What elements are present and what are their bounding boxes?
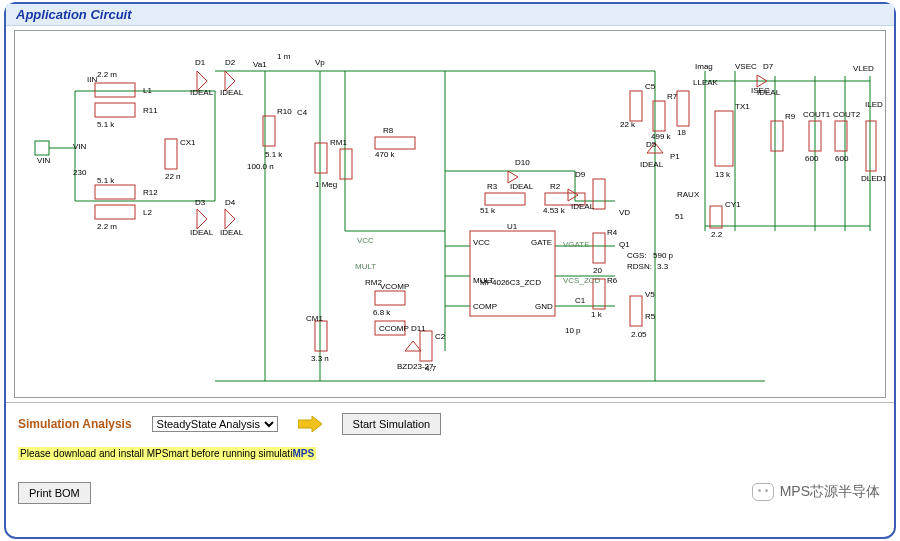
svg-rect-12 [315, 321, 327, 351]
svg-rect-4 [95, 205, 135, 219]
r5-val: 2.05 [631, 331, 647, 339]
r11-val: 5.1 k [97, 121, 114, 129]
port-vin: VIN [37, 157, 50, 165]
vsec: VSEC [735, 63, 757, 71]
net-vgate: VGATE [563, 241, 590, 249]
d5-val: IDEAL [640, 161, 663, 169]
rm2-val: 6.8 k [373, 309, 390, 317]
lleak-val: 18 [677, 129, 686, 137]
svg-rect-7 [315, 143, 327, 173]
q-cgs-v: 590 p [653, 252, 673, 260]
cy1-val: 2.2 [711, 231, 722, 239]
l1: L1 [143, 87, 152, 95]
pin-gnd: GND [535, 303, 553, 311]
print-bom-button[interactable]: Print BOM [18, 482, 91, 504]
notice-brand: MPS [292, 448, 314, 459]
r7: R7 [667, 93, 677, 101]
d5: D5 [646, 141, 656, 149]
d9: D9 [575, 171, 585, 179]
u1: U1 [507, 223, 517, 231]
dled1: DLED1 [861, 175, 886, 183]
iin-probe: IIN [87, 76, 97, 84]
iled: ILED [865, 101, 883, 109]
r6: R6 [607, 277, 617, 285]
vled: VLED [853, 65, 874, 73]
svg-rect-19 [630, 296, 642, 326]
vcomp: VCOMP [380, 283, 409, 291]
d1: D1 [195, 59, 205, 67]
cout2-val: 600 [835, 155, 848, 163]
d7-val: IDEAL [757, 89, 780, 97]
cx1: CX1 [180, 139, 196, 147]
p1: P1 [670, 153, 680, 161]
d4-val: IDEAL [220, 229, 243, 237]
cout2: COUT2 [833, 111, 860, 119]
pin-comp: COMP [473, 303, 497, 311]
d2-val: IDEAL [220, 89, 243, 97]
src-vin: VIN [73, 143, 86, 151]
r4-val: 20 [593, 267, 602, 275]
schematic-canvas[interactable]: VIN VIN 230 IIN L1 2.2 m R11 5.1 k R12 5… [14, 30, 886, 398]
l2-val: 2.2 m [97, 223, 117, 231]
rm1: RM1 [330, 139, 347, 147]
net-vcc: VCC [357, 237, 374, 245]
net-vcszcd: VCS_ZCD [563, 277, 600, 285]
l2: L2 [143, 209, 152, 217]
notice-text: Please download and install MPSmart befo… [20, 448, 292, 459]
svg-rect-1 [95, 83, 135, 97]
watermark: MPS芯源半导体 [752, 483, 880, 501]
r11: R11 [143, 107, 158, 115]
l1-val: 2.2 m [97, 71, 117, 79]
r12: R12 [143, 189, 158, 197]
raux: RAUX [677, 191, 699, 199]
cm1: CM1 [306, 315, 323, 323]
d7: D7 [763, 63, 773, 71]
simulation-analysis-label: Simulation Analysis [18, 417, 132, 431]
svg-rect-14 [485, 193, 525, 205]
cout1: COUT1 [803, 111, 830, 119]
svg-rect-0 [35, 141, 49, 155]
lleak: LLEAK [693, 79, 718, 87]
c2-val: 4.7 [425, 365, 436, 373]
vd: VD [619, 209, 630, 217]
raux-val: 51 [675, 213, 684, 221]
r6-val: 1 k [591, 311, 602, 319]
d11: D11 [411, 325, 426, 333]
pin-mult: MULT [473, 277, 494, 285]
r10: R10 [277, 108, 292, 116]
r2-val: 4.53 k [543, 207, 565, 215]
va1: Va1 [253, 61, 267, 69]
svg-rect-27 [866, 121, 876, 171]
cout1-val: 600 [805, 155, 818, 163]
q1: Q1 [619, 241, 630, 249]
c1: C1 [575, 297, 585, 305]
analysis-type-select[interactable]: SteadyState Analysis [152, 416, 278, 432]
c5-val: 22 k [620, 121, 635, 129]
c2: C2 [435, 333, 445, 341]
q-rdsn-v: 3.3 [657, 263, 668, 271]
d4: D4 [225, 199, 235, 207]
c5: C5 [645, 83, 655, 91]
svg-rect-17 [593, 233, 605, 263]
svg-rect-8 [340, 149, 352, 179]
svg-rect-3 [95, 185, 135, 199]
r3: R3 [487, 183, 497, 191]
q-cgs: CGS: [627, 252, 647, 260]
svg-rect-28 [710, 206, 722, 228]
d3: D3 [195, 199, 205, 207]
rm1-val: 1 Meg [315, 181, 337, 189]
tx1: TX1 [735, 103, 750, 111]
svg-marker-30 [298, 416, 322, 432]
start-simulation-button[interactable]: Start Simulation [342, 413, 442, 435]
c1-val: 10 p [565, 327, 581, 335]
lm-val: 1 m [277, 53, 290, 61]
arrow-right-icon [298, 416, 322, 432]
app-frame: Application Circuit [4, 2, 896, 539]
r2: R2 [550, 183, 560, 191]
watermark-text: MPS芯源半导体 [780, 483, 880, 501]
wechat-icon [752, 483, 774, 501]
r5: R5 [645, 313, 655, 321]
imag: Imag [695, 63, 713, 71]
ccomp: CCOMP [379, 325, 409, 333]
install-notice: Please download and install MPSmart befo… [18, 447, 316, 460]
